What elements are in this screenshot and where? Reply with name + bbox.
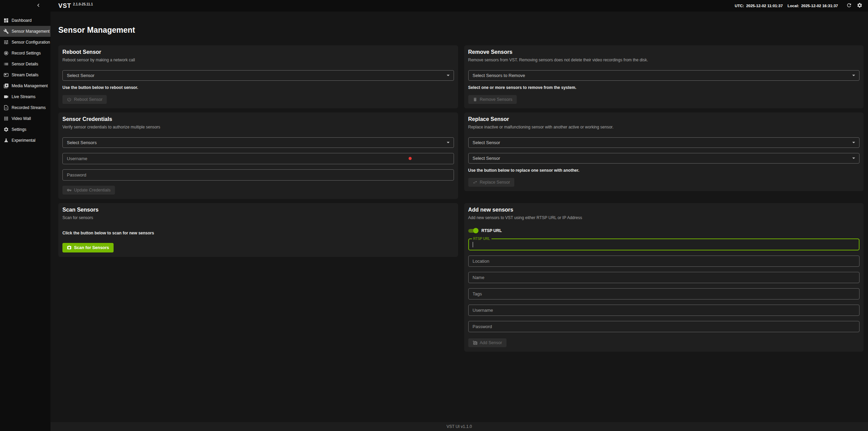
local-value: 2025-12-02 16:31:37: [801, 4, 838, 8]
sidebar-collapse-area: [0, 1, 50, 10]
password-field-wrap: [62, 169, 454, 181]
footer-version: VST UI v1.1.0: [446, 424, 472, 429]
select-placeholder: Select Sensor: [67, 73, 94, 78]
add-username-input[interactable]: [468, 305, 860, 316]
chevron-left-icon: [35, 2, 42, 10]
add-password-field-wrap: [468, 321, 860, 332]
sidebar-item-label: Sensor Management: [12, 29, 49, 34]
sidebar-item-label: Stream Details: [12, 73, 39, 77]
sidebar-item-settings[interactable]: Settings: [0, 124, 50, 135]
brand: VST 2.1.0-25.11.1: [58, 3, 93, 9]
toggle-knob: [473, 228, 479, 233]
card-title: Replace Sensor: [468, 116, 860, 123]
text-cursor: [473, 242, 473, 247]
rtsp-url-input[interactable]: RTSP URL: [468, 238, 860, 250]
chevron-down-icon: [850, 72, 857, 79]
sensor-credentials-card: Sensor Credentials Verify sensor credent…: [58, 112, 458, 199]
page-title: Sensor Management: [58, 25, 864, 35]
name-input[interactable]: [468, 272, 860, 283]
scan-sensors-card: Scan Sensors Scan for sensors Click the …: [58, 203, 458, 257]
tags-field-wrap: [468, 288, 860, 299]
sidebar-item-label: Settings: [12, 127, 26, 132]
select-placeholder: Select Sensor: [473, 140, 500, 145]
card-subtitle: Replace inactive or malfunctioning senso…: [468, 124, 860, 130]
refresh-button[interactable]: [845, 2, 853, 10]
add-password-input[interactable]: [468, 321, 860, 332]
replace-sensor-button[interactable]: Replace Sensor: [468, 178, 515, 187]
sidebar-collapse-button[interactable]: [34, 1, 42, 10]
brand-logo: VST: [58, 3, 71, 9]
power-icon: [67, 97, 72, 102]
sidebar-item-record-settings[interactable]: Record Settings: [0, 48, 50, 59]
button-label: Scan for Sensors: [74, 245, 109, 250]
sidebar-item-recorded-streams[interactable]: Recorded Streams: [0, 102, 50, 113]
sidebar-item-label: Experimental: [12, 138, 35, 143]
dashboard-icon: [3, 18, 9, 23]
add-new-sensors-card: Add new sensors Add new sensors to VST u…: [464, 203, 864, 352]
credentials-username-input[interactable]: [62, 153, 454, 164]
topbar: VST 2.1.0-25.11.1 UTC: 2025-12-02 11:01:…: [0, 0, 868, 12]
name-field-wrap: [468, 272, 860, 283]
rtsp-url-toggle[interactable]: [468, 228, 479, 233]
card-title: Reboot Sensor: [62, 49, 454, 56]
sidebar: Dashboard Sensor Management Sensor Confi…: [0, 12, 50, 431]
gear-icon: [3, 127, 9, 132]
select-placeholder: Select Sensor: [473, 156, 500, 161]
button-label: Reboot Sensor: [74, 97, 102, 102]
instruction-text: Click the button below to scan for new s…: [62, 231, 454, 235]
remove-sensors-select[interactable]: Select Sensors to Remove: [468, 70, 860, 81]
card-subtitle: Scan for sensors: [62, 215, 454, 220]
utc-value: 2025-12-02 11:01:37: [746, 4, 783, 8]
instruction-text: Select one or more sensors to remove fro…: [468, 85, 860, 90]
instruction-text: Use the button below to reboot sensor.: [62, 85, 454, 90]
replace-source-sensor-select[interactable]: Select Sensor: [468, 137, 860, 148]
cards-grid: Reboot Sensor Reboot sensor by making a …: [58, 45, 864, 352]
reboot-sensor-select[interactable]: Select Sensor: [62, 70, 454, 81]
location-field-wrap: [468, 256, 860, 267]
add-username-field-wrap: [468, 305, 860, 316]
gear-icon: [857, 2, 863, 9]
instruction-text: Use the button below to replace one sens…: [468, 168, 860, 173]
clock: UTC: 2025-12-02 11:01:37 Local: 2025-12-…: [735, 4, 841, 8]
button-label: Replace Sensor: [480, 180, 510, 185]
sidebar-item-dashboard[interactable]: Dashboard: [0, 15, 50, 26]
button-label: Add Sensor: [480, 340, 502, 345]
add-sensor-button[interactable]: Add Sensor: [468, 338, 506, 347]
replace-target-sensor-select[interactable]: Select Sensor: [468, 153, 860, 164]
replace-sensor-card: Replace Sensor Replace inactive or malfu…: [464, 112, 864, 191]
credentials-sensors-select[interactable]: Select Sensors: [62, 137, 454, 148]
sidebar-item-label: Record Settings: [12, 51, 41, 56]
tags-input[interactable]: [468, 288, 860, 299]
card-subtitle: Remove sensors from VST. Removing sensor…: [468, 57, 860, 63]
sidebar-item-label: Dashboard: [12, 18, 32, 23]
refresh-icon: [846, 2, 852, 9]
list-icon: [3, 61, 9, 67]
sidebar-item-media-management[interactable]: Media Management: [0, 80, 50, 91]
card-title: Add new sensors: [468, 206, 860, 214]
sidebar-item-sensor-management[interactable]: Sensor Management: [0, 26, 50, 37]
remove-sensors-button[interactable]: Remove Sensors: [468, 95, 517, 104]
sidebar-item-live-streams[interactable]: Live Streams: [0, 91, 50, 102]
scan-for-sensors-button[interactable]: Scan for Sensors: [62, 243, 114, 252]
location-input[interactable]: [468, 256, 860, 267]
sidebar-item-sensor-configuration[interactable]: Sensor Configuration: [0, 37, 50, 48]
key-icon: [67, 188, 72, 193]
credentials-password-input[interactable]: [62, 169, 454, 181]
reboot-sensor-card: Reboot Sensor Reboot sensor by making a …: [58, 45, 458, 108]
flask-icon: [3, 138, 9, 143]
sidebar-item-sensor-details[interactable]: Sensor Details: [0, 59, 50, 70]
rtsp-float-label: RTSP URL: [472, 237, 491, 241]
rtsp-toggle-row: RTSP URL: [468, 228, 860, 233]
utc-label: UTC:: [735, 4, 744, 8]
sidebar-item-experimental[interactable]: Experimental: [0, 135, 50, 146]
sidebar-item-video-wall[interactable]: Video Wall: [0, 113, 50, 124]
reboot-sensor-button[interactable]: Reboot Sensor: [62, 95, 107, 104]
select-placeholder: Select Sensors: [67, 140, 97, 145]
sidebar-item-stream-details[interactable]: Stream Details: [0, 70, 50, 80]
sidebar-item-label: Sensor Details: [12, 62, 38, 66]
update-credentials-button[interactable]: Update Credentials: [62, 186, 115, 195]
settings-gear-button[interactable]: [856, 2, 863, 10]
swap-icon: [473, 180, 477, 185]
sidebar-item-label: Media Management: [12, 83, 48, 88]
footer: VST UI v1.1.0: [50, 422, 868, 431]
